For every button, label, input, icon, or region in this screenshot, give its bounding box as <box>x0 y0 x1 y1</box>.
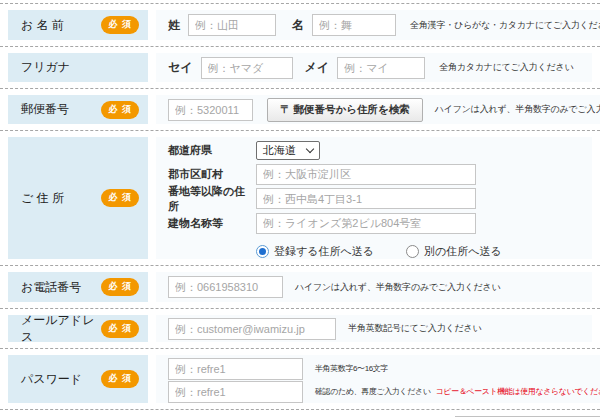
first-kana-label: メイ <box>305 59 330 76</box>
radio-dot <box>259 248 266 255</box>
ship-other-radio[interactable] <box>406 245 419 258</box>
password-confirm-line: 確認のため、再度ご入力ください コピー＆ペースト機能は使用なさらないでください <box>168 380 600 403</box>
row-address: ご 住 所 必 須 都道府県 北海道 郡市区町村 番地等以降の住所 建物名称等 <box>0 131 600 266</box>
password-confirm-note: 確認のため、再度ご入力ください <box>315 386 431 397</box>
last-kana-input[interactable] <box>201 57 293 79</box>
postal-note: ハイフンは入れず、半角数字のみでご入力ください <box>435 103 600 116</box>
required-badge: 必 須 <box>101 278 139 296</box>
building-input[interactable] <box>256 213 476 234</box>
ship-other-label: 別の住所へ送る <box>424 244 502 259</box>
address-label-cell: ご 住 所 必 須 <box>8 137 148 259</box>
password-copy-paste-warning: コピー＆ペースト機能は使用なさらないでください <box>436 386 600 397</box>
next-element-cutoff-edge <box>455 416 600 417</box>
row-password: パスワード 必 須 半角英数字6〜16文字 確認のため、再度ご入力ください コピ… <box>0 349 600 410</box>
email-note: 半角英数記号にてご入力ください <box>348 322 481 335</box>
furigana-note: 全角カタカナにてご入力ください <box>439 61 573 74</box>
required-badge: 必 須 <box>101 16 139 34</box>
row-postal-code: 郵便番号 必 須 〒 郵便番号から住所を検索 ハイフンは入れず、半角数字のみでご… <box>0 89 600 131</box>
email-content: 半角英数記号にてご入力ください <box>156 315 592 342</box>
furigana-content: セイ メイ 全角カタカナにてご入力ください <box>156 53 592 82</box>
ship-registered-label: 登録する住所へ送る <box>274 244 374 259</box>
first-kana-input[interactable] <box>337 57 425 79</box>
phone-label-cell: お電話番号 必 須 <box>8 272 148 302</box>
last-name-label: 姓 <box>168 17 180 34</box>
row-phone: お電話番号 必 須 ハイフンは入れず、半角数字のみでご入力ください <box>0 266 600 309</box>
prefecture-selected-value: 北海道 <box>263 143 296 158</box>
first-name-label: 名 <box>292 17 304 34</box>
city-input[interactable] <box>256 164 476 185</box>
prefecture-row: 都道府県 北海道 <box>168 139 320 163</box>
postal-content: 〒 郵便番号から住所を検索 ハイフンは入れず、半角数字のみでご入力ください <box>156 95 600 124</box>
password-label-cell: パスワード 必 須 <box>8 355 148 403</box>
email-row-label: メールアドレス <box>21 312 101 346</box>
last-name-input[interactable] <box>188 14 276 36</box>
row-name: お 名 前 必 須 姓 名 全角漢字・ひらがな・カタカナにてご入力ください <box>0 3 600 47</box>
postal-row-label: 郵便番号 <box>21 101 69 118</box>
required-badge: 必 須 <box>101 189 139 207</box>
shipping-choice-row: 登録する住所へ送る 別の住所へ送る <box>256 244 502 259</box>
prefecture-label: 都道府県 <box>168 143 256 158</box>
address-content: 都道府県 北海道 郡市区町村 番地等以降の住所 建物名称等 登録する住所へ <box>156 137 592 259</box>
building-label: 建物名称等 <box>168 216 256 231</box>
email-label-cell: メールアドレス 必 須 <box>8 315 148 342</box>
furigana-label-cell: フリガナ <box>8 53 148 82</box>
furigana-row-label: フリガナ <box>21 59 70 76</box>
building-row: 建物名称等 <box>168 211 476 235</box>
postal-label-cell: 郵便番号 必 須 <box>8 95 148 124</box>
password-note: 半角英数字6〜16文字 <box>315 363 388 374</box>
password-row-label: パスワード <box>21 371 82 388</box>
last-kana-label: セイ <box>168 59 193 76</box>
email-input[interactable] <box>168 318 336 340</box>
registration-form: お 名 前 必 須 姓 名 全角漢字・ひらがな・カタカナにてご入力ください フリ… <box>0 0 600 420</box>
phone-note: ハイフンは入れず、半角数字のみでご入力ください <box>295 281 501 294</box>
city-row: 郡市区町村 <box>168 163 476 187</box>
name-row-label: お 名 前 <box>21 17 64 34</box>
required-badge: 必 須 <box>101 101 139 119</box>
name-label-cell: お 名 前 必 須 <box>8 10 148 40</box>
required-badge: 必 須 <box>101 320 139 338</box>
chevron-down-icon <box>306 145 314 153</box>
password-input[interactable] <box>168 358 303 380</box>
password-content: 半角英数字6〜16文字 確認のため、再度ご入力ください コピー＆ペースト機能は使… <box>156 355 600 403</box>
row-email: メールアドレス 必 須 半角英数記号にてご入力ください <box>0 309 600 349</box>
postal-address-search-button[interactable]: 〒 郵便番号から住所を検索 <box>267 98 423 122</box>
street-row: 番地等以降の住所 <box>168 186 476 211</box>
name-content: 姓 名 全角漢字・ひらがな・カタカナにてご入力ください <box>156 10 600 40</box>
password-confirm-input[interactable] <box>168 381 303 403</box>
first-name-input[interactable] <box>312 14 396 36</box>
postal-code-input[interactable] <box>168 99 253 121</box>
phone-row-label: お電話番号 <box>21 279 81 296</box>
city-label: 郡市区町村 <box>168 167 256 182</box>
password-line: 半角英数字6〜16文字 <box>168 357 388 380</box>
ship-registered-radio[interactable] <box>256 245 269 258</box>
row-furigana: フリガナ セイ メイ 全角カタカナにてご入力ください <box>0 47 600 89</box>
phone-content: ハイフンは入れず、半角数字のみでご入力ください <box>156 272 592 302</box>
address-row-label: ご 住 所 <box>21 190 64 207</box>
prefecture-select[interactable]: 北海道 <box>256 141 320 160</box>
required-badge: 必 須 <box>101 370 139 388</box>
phone-input[interactable] <box>168 276 283 298</box>
name-note: 全角漢字・ひらがな・カタカナにてご入力ください <box>410 19 600 32</box>
street-label: 番地等以降の住所 <box>168 184 256 214</box>
street-input[interactable] <box>256 188 476 209</box>
